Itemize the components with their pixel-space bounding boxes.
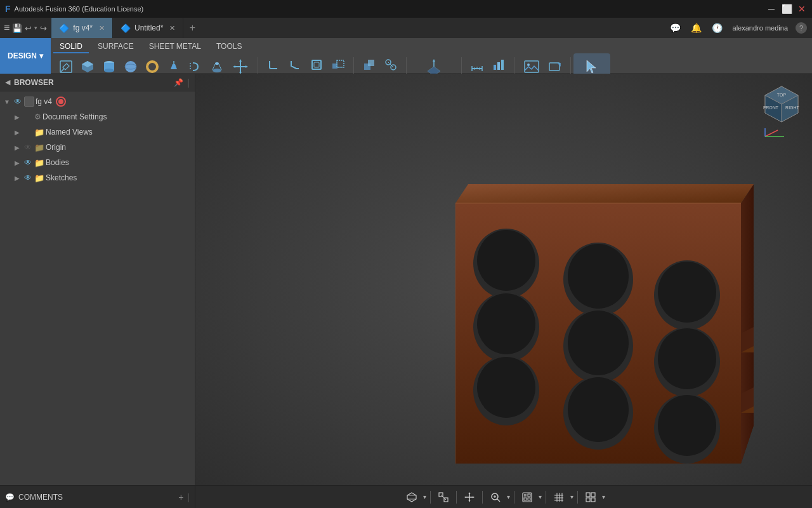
tab-untitled-icon: 🔷 bbox=[121, 23, 131, 33]
design-label: DESIGN bbox=[8, 51, 37, 60]
root-label: fg v4 bbox=[36, 97, 52, 106]
comments-section: 💬 COMMENTS + | bbox=[0, 486, 195, 509]
svg-point-81 bbox=[568, 244, 629, 309]
svg-point-15 bbox=[215, 62, 219, 65]
svg-marker-73 bbox=[455, 184, 754, 203]
clock-icon[interactable]: 🕐 bbox=[709, 22, 725, 34]
vt-sep6 bbox=[577, 491, 578, 504]
svg-point-89 bbox=[658, 328, 716, 389]
named-views-arrow[interactable]: ▶ bbox=[13, 128, 22, 137]
maximize-button[interactable]: ⬜ bbox=[782, 4, 792, 14]
app-title: Autodesk Fusion 360 (Education License) bbox=[15, 5, 144, 13]
viewport-snap-btn[interactable] bbox=[582, 488, 599, 506]
assemble-joint-icon[interactable] bbox=[381, 55, 401, 75]
tab-fg-label: fg v4* bbox=[73, 23, 93, 32]
minimize-button[interactable]: ─ bbox=[766, 4, 776, 14]
file-menu-icon[interactable]: ≡ bbox=[4, 22, 10, 34]
bodies-arrow[interactable]: ▶ bbox=[13, 158, 22, 167]
named-views-label: Named Views bbox=[46, 128, 93, 137]
svg-point-46 bbox=[527, 64, 530, 66]
modify-scale-icon[interactable] bbox=[328, 55, 348, 75]
sketches-arrow[interactable]: ▶ bbox=[13, 173, 22, 182]
close-button[interactable]: ✕ bbox=[797, 4, 807, 14]
modify-chamfer-icon[interactable] bbox=[285, 55, 305, 75]
undo-icon[interactable]: ↩ bbox=[25, 23, 32, 33]
origin-vis[interactable]: 👁 bbox=[23, 142, 33, 152]
origin-arrow[interactable]: ▶ bbox=[13, 143, 22, 152]
help-icon[interactable]: ? bbox=[796, 22, 807, 34]
tab-untitled-close[interactable]: ✕ bbox=[169, 24, 175, 32]
save-icon[interactable]: 💾 bbox=[12, 23, 22, 33]
root-record-btn[interactable] bbox=[56, 97, 66, 107]
sketches-label: Sketches bbox=[46, 173, 77, 182]
browser-collapse-icon[interactable]: ◀ bbox=[5, 78, 10, 86]
svg-rect-44 bbox=[501, 60, 504, 70]
browser-tree: ▼ 👁 fg v4 ▶ ⚙ Document Settings ▶ 📁 bbox=[0, 91, 195, 188]
svg-rect-47 bbox=[549, 63, 560, 70]
tab-sheet-metal[interactable]: SHEET METAL bbox=[143, 41, 207, 53]
redo-icon[interactable]: ↪ bbox=[40, 23, 47, 33]
toolbar: DESIGN ▾ SOLID SURFACE SHEET METAL TOOLS bbox=[0, 38, 812, 74]
display-settings-dropdown-arrow[interactable]: ▾ bbox=[539, 493, 542, 500]
modify-fillet-icon[interactable] bbox=[263, 55, 284, 75]
root-vis-icon[interactable]: 👁 bbox=[13, 97, 23, 107]
display-dropdown-arrow[interactable]: ▾ bbox=[423, 493, 426, 500]
svg-marker-49 bbox=[587, 60, 596, 73]
tree-root[interactable]: ▼ 👁 fg v4 bbox=[0, 94, 195, 109]
named-views-folder-icon: 📁 bbox=[34, 127, 44, 137]
design-button[interactable]: DESIGN ▾ bbox=[0, 38, 51, 74]
browser-pin-icon[interactable]: 📌 bbox=[174, 78, 183, 87]
bodies-vis[interactable]: 👁 bbox=[23, 157, 33, 168]
tab-surface[interactable]: SURFACE bbox=[91, 41, 140, 53]
undo-arrow[interactable]: ▾ bbox=[34, 25, 37, 31]
viewport-zoom-btn[interactable] bbox=[487, 488, 504, 506]
tab-fg-v4[interactable]: 🔷 fg v4* ✕ bbox=[51, 18, 113, 38]
modify-shell-icon[interactable] bbox=[306, 55, 327, 75]
doc-settings-arrow[interactable]: ▶ bbox=[13, 112, 22, 121]
viewport-pan-btn[interactable] bbox=[461, 488, 478, 506]
tab-fg-close[interactable]: ✕ bbox=[99, 24, 105, 32]
tab-tools[interactable]: TOOLS bbox=[210, 41, 248, 53]
viewport-display-settings-btn[interactable] bbox=[518, 488, 536, 506]
svg-line-103 bbox=[441, 495, 446, 500]
chat-icon[interactable]: 💬 bbox=[667, 22, 683, 34]
svg-point-77 bbox=[477, 293, 535, 354]
sketches-folder-icon: 📁 bbox=[34, 173, 44, 183]
viewport-grid-btn[interactable] bbox=[550, 488, 568, 506]
grid-dropdown-arrow[interactable]: ▾ bbox=[570, 493, 573, 500]
inspect-analysis-icon[interactable] bbox=[488, 55, 509, 75]
svg-point-91 bbox=[658, 395, 716, 456]
create-extrude-icon[interactable] bbox=[164, 57, 184, 77]
viewport-display-mode-btn[interactable] bbox=[403, 488, 421, 506]
svg-point-87 bbox=[658, 262, 716, 323]
svg-marker-48 bbox=[557, 63, 561, 67]
tree-document-settings[interactable]: ▶ ⚙ Document Settings bbox=[10, 109, 195, 124]
user-name[interactable]: alexandro medina bbox=[730, 23, 790, 33]
tree-sketches[interactable]: ▶ 👁 📁 Sketches bbox=[10, 170, 195, 185]
svg-rect-42 bbox=[494, 65, 496, 70]
tab-untitled[interactable]: 🔷 Untitled* ✕ bbox=[113, 18, 183, 38]
new-tab-button[interactable]: + bbox=[183, 18, 201, 38]
tab-solid[interactable]: SOLID bbox=[53, 41, 89, 53]
comments-expand-btn[interactable]: + bbox=[178, 492, 183, 502]
svg-rect-24 bbox=[312, 60, 321, 69]
assemble-new-icon[interactable] bbox=[359, 55, 379, 75]
activity-icon[interactable]: 🔔 bbox=[688, 22, 704, 34]
title-bar-controls: ─ ⬜ ✕ bbox=[766, 4, 807, 14]
tree-named-views[interactable]: ▶ 📁 Named Views bbox=[10, 124, 195, 140]
model-viewport-svg bbox=[195, 74, 812, 485]
tree-bodies[interactable]: ▶ 👁 📁 Bodies bbox=[10, 155, 195, 170]
browser-panel: ◀ BROWSER 📌 | ▼ 👁 fg v4 ▶ ⚙ Document S bbox=[0, 74, 195, 485]
svg-point-14 bbox=[213, 69, 221, 72]
vt-sep4 bbox=[514, 491, 514, 504]
viewport[interactable]: TOP RIGHT FRONT bbox=[195, 74, 812, 485]
zoom-dropdown-arrow[interactable]: ▾ bbox=[507, 493, 510, 500]
viewport-fit-btn[interactable] bbox=[435, 488, 452, 506]
root-arrow[interactable]: ▼ bbox=[3, 97, 11, 106]
sketches-vis[interactable]: 👁 bbox=[23, 173, 33, 183]
svg-marker-104 bbox=[468, 492, 470, 494]
tree-origin[interactable]: ▶ 👁 📁 Origin bbox=[10, 140, 195, 155]
snap-dropdown-arrow[interactable]: ▾ bbox=[602, 493, 605, 500]
inspect-measure-icon[interactable] bbox=[467, 55, 487, 75]
svg-marker-71 bbox=[741, 184, 754, 464]
